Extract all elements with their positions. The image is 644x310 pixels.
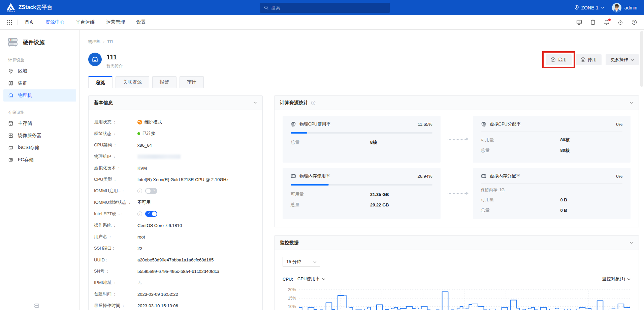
sidebar-section-label: 存储设施 bbox=[8, 110, 79, 115]
menu-item-operation-mgmt[interactable]: 运营管理 bbox=[106, 15, 125, 29]
fc-storage-icon bbox=[8, 157, 13, 163]
topbar: ZStack ZStack云平台 ZONE-1 admin bbox=[0, 0, 644, 15]
status-text: 维护模式 bbox=[144, 119, 162, 125]
play-circle-icon bbox=[551, 57, 555, 62]
info-icon[interactable] bbox=[137, 212, 142, 216]
sidebar: 硬件设施 计算设施 区域 集群 物理机 存储设施 主存储 镜像服务器 iSCSI… bbox=[0, 30, 80, 310]
monitor-icon[interactable] bbox=[576, 20, 582, 25]
info-icon[interactable]: i bbox=[311, 101, 316, 105]
page-subtitle: 暂无简介 bbox=[106, 63, 123, 69]
sidebar-item-primary-storage[interactable]: 主存储 bbox=[3, 117, 76, 130]
info-row: CPU类型Intel(R) Xeon(R) Gold 5218R CPU @ 2… bbox=[94, 174, 257, 185]
zone-selector[interactable]: ZONE-1 bbox=[574, 5, 604, 10]
menu-item-resource-center[interactable]: 资源中心 bbox=[45, 15, 64, 29]
info-row: 就绪状态 已连接 bbox=[94, 128, 257, 139]
stat-name: 物理内存使用率 bbox=[299, 173, 330, 179]
tab-alarms[interactable]: 报警 bbox=[152, 76, 176, 88]
sidebar-item-host[interactable]: 物理机 bbox=[3, 89, 76, 102]
scrollbar-track[interactable] bbox=[639, 30, 644, 310]
iommu-toggle[interactable] bbox=[145, 188, 157, 194]
metric-value: CPU使用率 bbox=[297, 276, 320, 282]
scrollbar-thumb[interactable] bbox=[640, 31, 643, 87]
chevron-down-icon bbox=[601, 6, 604, 9]
sidebar-title: 硬件设施 bbox=[23, 39, 44, 46]
info-row: Intel EPT硬... bbox=[94, 208, 257, 220]
tab-audit[interactable]: 审计 bbox=[180, 76, 204, 88]
search-input[interactable] bbox=[271, 5, 386, 10]
sidebar-header: 硬件设施 bbox=[0, 37, 79, 49]
sidebar-item-image-server[interactable]: 镜像服务器 bbox=[3, 130, 76, 142]
dotted-arrow-icon bbox=[448, 193, 466, 194]
divider bbox=[481, 132, 623, 132]
sidebar-item-fc-storage[interactable]: FC存储 bbox=[3, 154, 76, 166]
zstack-logo-icon: ZStack bbox=[7, 3, 15, 12]
notification-badge bbox=[608, 19, 611, 21]
apps-grid-icon[interactable] bbox=[7, 20, 12, 25]
chart-y-axis: 20% 15% 10% bbox=[283, 287, 296, 310]
stat-percent: 0% bbox=[616, 174, 622, 179]
toolbar-icons: ? bbox=[576, 20, 637, 25]
logo-text: ZStack bbox=[7, 10, 15, 12]
stat-name: 虚拟CPU分配率 bbox=[490, 121, 521, 127]
breadcrumb-current: 111 bbox=[107, 39, 113, 44]
timer-icon[interactable] bbox=[618, 20, 623, 25]
dotted-arrow-icon bbox=[448, 139, 466, 140]
menu-item-platform-ops[interactable]: 平台运维 bbox=[76, 15, 95, 29]
cpu-chip-icon bbox=[291, 121, 296, 127]
sidebar-item-cluster[interactable]: 集群 bbox=[3, 77, 76, 89]
cpu-chip-icon bbox=[481, 121, 486, 127]
connected-status-icon bbox=[137, 132, 140, 135]
collapse-sidebar-icon[interactable] bbox=[34, 304, 39, 308]
sidebar-item-zone[interactable]: 区域 bbox=[3, 65, 76, 77]
brand[interactable]: ZStack ZStack云平台 bbox=[7, 3, 52, 12]
search-icon bbox=[264, 5, 268, 10]
help-icon[interactable]: ? bbox=[632, 20, 637, 25]
global-search[interactable] bbox=[260, 3, 390, 13]
breadcrumb-hosts[interactable]: 物理机 bbox=[88, 39, 100, 45]
enable-button[interactable]: 启用 bbox=[546, 54, 572, 65]
sidebar-item-iscsi-storage[interactable]: iSCSI存储 bbox=[3, 142, 76, 154]
info-row: IPMI地址无 bbox=[94, 277, 257, 288]
y-tick-label: 20% bbox=[288, 287, 296, 292]
time-range-select[interactable]: 15 分钟 bbox=[283, 257, 320, 267]
collapse-chevron-icon[interactable] bbox=[630, 102, 633, 104]
more-actions-button[interactable]: 更多操作 bbox=[606, 54, 639, 65]
info-row: 创建时间2023-03-09 16:52:22 bbox=[94, 288, 257, 300]
brand-title: ZStack云平台 bbox=[19, 4, 52, 11]
stat-name: 虚拟内存分配率 bbox=[490, 173, 520, 179]
username[interactable]: admin bbox=[624, 5, 637, 10]
info-icon[interactable] bbox=[137, 189, 142, 193]
monitor-objects-select[interactable]: 监控对象(1) bbox=[602, 276, 631, 282]
menu-item-home[interactable]: 首页 bbox=[25, 15, 34, 29]
main-content: 物理机 111 111 暂无简介 启用 bbox=[80, 30, 644, 310]
stat-percent: 11.65% bbox=[418, 122, 432, 127]
monitoring-panel: 监控数据 15 分钟 CPU: CPU使用率 bbox=[274, 235, 639, 310]
tab-related-resources[interactable]: 关联资源 bbox=[116, 76, 149, 88]
time-range-value: 15 分钟 bbox=[286, 259, 301, 265]
info-row: 最后操作时间2023-03-10 15:13:06 bbox=[94, 300, 257, 310]
avatar[interactable] bbox=[612, 3, 621, 12]
metric-select[interactable]: CPU使用率 bbox=[297, 276, 325, 282]
sidebar-item-label: 集群 bbox=[18, 80, 27, 86]
info-row: 虚拟化技术KVM bbox=[94, 162, 257, 174]
enable-label: 启用 bbox=[558, 57, 567, 63]
sidebar-item-label: 镜像服务器 bbox=[18, 133, 41, 139]
bell-icon[interactable] bbox=[604, 20, 609, 25]
info-row: 用户名root bbox=[94, 231, 257, 243]
iscsi-storage-icon bbox=[8, 145, 13, 150]
image-server-icon bbox=[8, 133, 13, 138]
divider bbox=[481, 184, 623, 184]
collapse-chevron-icon[interactable] bbox=[630, 242, 633, 244]
compute-stats-header: 计算资源统计 i bbox=[275, 96, 639, 110]
divider bbox=[18, 20, 18, 25]
y-tick-label: 15% bbox=[288, 296, 296, 301]
primary-storage-icon bbox=[8, 121, 13, 126]
collapse-chevron-icon[interactable] bbox=[253, 102, 257, 104]
intel-ept-toggle[interactable] bbox=[145, 211, 157, 217]
clipboard-icon[interactable] bbox=[590, 20, 595, 25]
compute-stats-panel: 计算资源统计 i 物理CPU使用率 11.65% bbox=[274, 95, 639, 227]
disable-button[interactable]: 停用 bbox=[576, 54, 602, 65]
menu-item-settings[interactable]: 设置 bbox=[136, 15, 146, 29]
tab-overview[interactable]: 总览 bbox=[88, 76, 112, 88]
stat-percent: 0% bbox=[616, 122, 622, 127]
